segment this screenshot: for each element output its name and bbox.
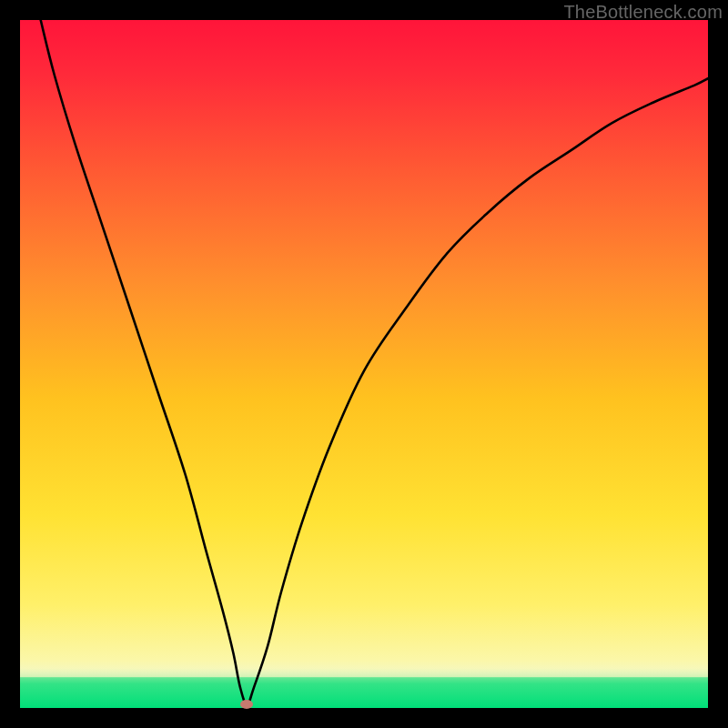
chart-frame [20, 20, 708, 708]
gradient-background [20, 20, 708, 708]
optimal-point-marker [240, 700, 253, 709]
watermark-text: TheBottleneck.com [563, 2, 723, 23]
